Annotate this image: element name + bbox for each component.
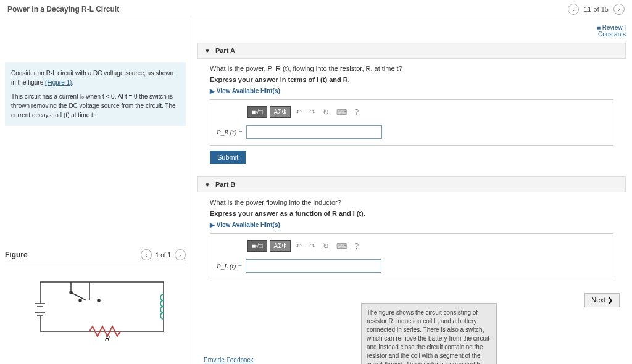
symbols-button[interactable]: ΑΣΦ xyxy=(270,240,291,252)
part-b-label: P_L (t) = xyxy=(217,262,242,270)
undo-icon[interactable]: ↶ xyxy=(293,242,304,250)
part-a-hints[interactable]: ▶ View Available Hint(s) xyxy=(210,88,280,94)
keyboard-icon[interactable]: ⌨ xyxy=(334,242,349,250)
svg-point-13 xyxy=(98,299,100,302)
part-b-input[interactable] xyxy=(246,259,381,273)
part-b-instruct: Express your answer as a function of R a… xyxy=(210,210,613,217)
svg-point-12 xyxy=(79,299,81,302)
undo-icon[interactable]: ↶ xyxy=(293,108,304,117)
redo-icon[interactable]: ↷ xyxy=(307,108,318,117)
part-b-hints[interactable]: ▶ View Available Hint(s) xyxy=(210,221,280,228)
reset-icon[interactable]: ↻ xyxy=(320,242,331,250)
svg-text:R: R xyxy=(105,334,110,342)
part-a-question: What is the power, P_R (t), flowing into… xyxy=(210,65,613,72)
template-button[interactable]: ■√□ xyxy=(247,240,267,252)
next-button[interactable]: › xyxy=(613,4,625,15)
page-title: Power in a Decaying R-L Circuit xyxy=(7,5,119,14)
constants-link[interactable]: Constants xyxy=(598,31,626,38)
caret-down-icon: ▼ xyxy=(204,48,210,54)
figure-next[interactable]: › xyxy=(175,249,186,260)
part-a-input[interactable] xyxy=(246,125,382,139)
symbols-button[interactable]: ΑΣΦ xyxy=(270,106,291,118)
feedback-link[interactable]: Provide Feedback xyxy=(204,357,254,363)
reset-icon[interactable]: ↻ xyxy=(320,108,331,117)
figure-title: Figure xyxy=(5,250,28,259)
position-indicator: 11 of 15 xyxy=(584,6,609,13)
review-link[interactable]: Review xyxy=(602,24,623,31)
figure-prev[interactable]: ‹ xyxy=(141,249,152,260)
prev-button[interactable]: ‹ xyxy=(568,4,579,15)
circuit-diagram: L R xyxy=(22,270,170,344)
top-links: ■ Review | Constants xyxy=(198,24,626,38)
part-a-instruct: Express your answer in terms of I (t) an… xyxy=(210,76,613,83)
caret-down-icon: ▼ xyxy=(204,181,210,188)
redo-icon[interactable]: ↷ xyxy=(307,242,318,250)
part-a-input-panel: ■√□ ΑΣΦ ↶ ↷ ↻ ⌨ ? P_R (t) = xyxy=(210,99,613,146)
problem-info: Consider an R-L circuit with a DC voltag… xyxy=(5,62,186,126)
keyboard-icon[interactable]: ⌨ xyxy=(334,108,349,117)
help-icon[interactable]: ? xyxy=(352,108,361,117)
next-page-button[interactable]: Next ❯ xyxy=(584,293,620,307)
template-button[interactable]: ■√□ xyxy=(247,106,267,118)
header-nav: ‹ 11 of 15 › xyxy=(568,4,625,15)
svg-line-14 xyxy=(71,292,86,300)
part-b-input-panel: ■√□ ΑΣΦ ↶ ↷ ↻ ⌨ ? P_L (t) = xyxy=(210,233,613,279)
submit-button[interactable]: Submit xyxy=(210,151,246,164)
part-a-header[interactable]: ▼ Part A xyxy=(198,43,626,59)
figure-position: 1 of 1 xyxy=(156,252,171,259)
help-icon[interactable]: ? xyxy=(352,242,361,250)
figure-tooltip: The figure shows the circuit consisting … xyxy=(361,303,497,364)
figure-link[interactable]: (Figure 1) xyxy=(45,79,72,86)
part-b-question: What is the power flowing into the induc… xyxy=(210,199,613,206)
part-a-label: P_R (t) = xyxy=(217,128,243,136)
part-b-header[interactable]: ▼ Part B xyxy=(198,176,626,192)
